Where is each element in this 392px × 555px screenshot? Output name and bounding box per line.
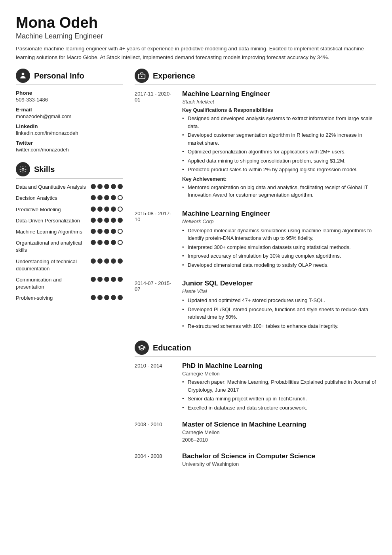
skill-dots bbox=[91, 217, 123, 223]
skill-dot bbox=[111, 258, 116, 264]
skill-dot bbox=[118, 295, 123, 300]
skill-item: Problem-solving bbox=[16, 295, 123, 302]
skill-dot bbox=[111, 184, 116, 189]
exp-bullet-list: Mentored organization on big data and an… bbox=[182, 184, 376, 199]
education-icon bbox=[135, 341, 149, 355]
linkedin-value: linkedin.com/in/monazodeh bbox=[16, 130, 123, 136]
education-header: Education bbox=[135, 341, 376, 357]
skill-name: Decision Analytics bbox=[16, 195, 88, 202]
education-list: 2010 - 2014PhD in Machine LearningCarneg… bbox=[135, 362, 376, 469]
education-entry: 2008 - 2010Master of Science in Machine … bbox=[135, 421, 376, 444]
skill-item: Predictive Modeling bbox=[16, 206, 123, 213]
exp-subheading: Key Qualifications & Responsibilities bbox=[182, 107, 376, 113]
skill-dots bbox=[91, 195, 123, 200]
skill-dot bbox=[91, 277, 96, 282]
candidate-summary: Passionate machine learning engineer wit… bbox=[16, 44, 376, 61]
skill-item: Data and Quantitative Analysis bbox=[16, 184, 123, 191]
skill-name: Communication and presentation bbox=[16, 276, 88, 291]
experience-entry: 2014-07 - 2015-07Junior SQL DeveloperHas… bbox=[135, 279, 376, 331]
edu-date: 2008 - 2010 bbox=[135, 421, 174, 444]
experience-entry: 2015-08 - 2017-10Machine Learning Engine… bbox=[135, 210, 376, 270]
twitter-label: Twitter bbox=[16, 140, 123, 146]
exp-content: Machine Learning EngineerNetwork CorpDev… bbox=[182, 210, 376, 270]
exp-content: Machine Learning EngineerStack Intellect… bbox=[182, 90, 376, 200]
svg-point-1 bbox=[22, 168, 24, 170]
edu-bullet-item: Senior data mining project written up in… bbox=[182, 395, 376, 403]
skill-dot bbox=[118, 195, 123, 200]
skill-dot bbox=[118, 240, 123, 245]
exp-date: 2014-07 - 2015-07 bbox=[135, 279, 174, 331]
exp-bullet-item: Mentored organization on big data and an… bbox=[182, 184, 376, 199]
skill-dot bbox=[91, 218, 96, 223]
skill-name: Understanding of technical documentation bbox=[16, 258, 88, 272]
left-column: Personal Info Phone 509-333-1486 E-mail … bbox=[16, 69, 123, 477]
linkedin-label: LinkedIn bbox=[16, 123, 123, 129]
exp-company: Network Corp bbox=[182, 218, 376, 224]
edu-degree: PhD in Machine Learning bbox=[182, 362, 376, 370]
edu-content: PhD in Machine LearningCarnegie MellonRe… bbox=[182, 362, 376, 413]
skill-dot bbox=[118, 184, 123, 189]
edu-content: Bachelor of Science in Computer ScienceU… bbox=[182, 452, 376, 469]
skills-icon bbox=[16, 162, 30, 176]
exp-job-title: Machine Learning Engineer bbox=[182, 210, 376, 218]
skills-section: Skills Data and Quantitative AnalysisDec… bbox=[16, 162, 123, 302]
personal-info-header: Personal Info bbox=[16, 69, 123, 85]
exp-bullet-item: Optimized personalization algorithms for… bbox=[182, 148, 376, 156]
exp-company: Haste Vital bbox=[182, 288, 376, 294]
edu-degree: Master of Science in Machine Learning bbox=[182, 421, 376, 429]
candidate-title: Machine Learning Engineer bbox=[16, 32, 376, 40]
skill-name: Problem-solving bbox=[16, 295, 88, 302]
skill-dot bbox=[104, 218, 109, 223]
exp-bullet-item: Designed and developed analysis systems … bbox=[182, 115, 376, 130]
education-entry: 2010 - 2014PhD in Machine LearningCarneg… bbox=[135, 362, 376, 413]
skill-dot bbox=[104, 229, 109, 234]
skill-name: Machine Learning Algorithms bbox=[16, 228, 88, 235]
personal-info-title: Personal Info bbox=[34, 71, 84, 80]
skill-dots bbox=[91, 295, 123, 300]
exp-subheading: Key Achievement: bbox=[182, 176, 376, 182]
right-column: Experience 2017-11 - 2020-01Machine Lear… bbox=[135, 69, 376, 477]
exp-bullet-list: Updated and optimized 47+ stored procedu… bbox=[182, 297, 376, 330]
edu-bullet-list: Research paper: Machine Learning, Probab… bbox=[182, 378, 376, 411]
skill-dot bbox=[97, 277, 103, 282]
svg-point-0 bbox=[22, 73, 25, 76]
skill-item: Data-Driven Personalization bbox=[16, 217, 123, 224]
skill-dots bbox=[91, 239, 123, 245]
edu-degree: Bachelor of Science in Computer Science bbox=[182, 452, 376, 460]
experience-section: Experience 2017-11 - 2020-01Machine Lear… bbox=[135, 69, 376, 331]
edu-institution: Carnegie Mellon bbox=[182, 371, 376, 377]
experience-entry: 2017-11 - 2020-01Machine Learning Engine… bbox=[135, 90, 376, 200]
skills-header: Skills bbox=[16, 162, 123, 179]
skill-item: Understanding of technical documentation bbox=[16, 258, 123, 272]
email-value: monazodeh@gmail.com bbox=[16, 113, 123, 119]
education-section: Education 2010 - 2014PhD in Machine Lear… bbox=[135, 341, 376, 469]
edu-years: 2008–2010 bbox=[182, 437, 376, 443]
experience-list: 2017-11 - 2020-01Machine Learning Engine… bbox=[135, 90, 376, 331]
edu-institution: University of Washington bbox=[182, 461, 376, 467]
exp-bullet-item: Interpreted 300+ complex simulation data… bbox=[182, 243, 376, 251]
skill-dot bbox=[118, 258, 123, 264]
skill-dot bbox=[104, 240, 109, 245]
skill-dot bbox=[104, 277, 109, 282]
education-title: Education bbox=[153, 343, 191, 352]
skill-item: Organizational and analytical skills bbox=[16, 239, 123, 254]
edu-content: Master of Science in Machine LearningCar… bbox=[182, 421, 376, 444]
exp-bullet-list: Developed molecular dynamics simulations… bbox=[182, 227, 376, 269]
skill-item: Decision Analytics bbox=[16, 195, 123, 202]
skill-dot bbox=[97, 218, 103, 223]
skill-dot bbox=[111, 295, 116, 300]
exp-bullet-item: Predicted product sales to within 2% by … bbox=[182, 166, 376, 174]
experience-header: Experience bbox=[135, 69, 376, 85]
exp-bullet-item: Developed PL/SQL stored procedure, funct… bbox=[182, 306, 376, 321]
exp-date: 2017-11 - 2020-01 bbox=[135, 90, 174, 200]
skill-dot bbox=[97, 240, 103, 245]
candidate-name: Mona Odeh bbox=[16, 14, 376, 31]
skill-name: Data-Driven Personalization bbox=[16, 217, 88, 224]
edu-bullet-item: Research paper: Machine Learning, Probab… bbox=[182, 378, 376, 394]
skill-name: Organizational and analytical skills bbox=[16, 239, 88, 254]
skill-item: Machine Learning Algorithms bbox=[16, 228, 123, 235]
skill-dot bbox=[91, 295, 96, 300]
resume-header: Mona Odeh Machine Learning Engineer Pass… bbox=[16, 14, 376, 61]
personal-info-fields: Phone 509-333-1486 E-mail monazodeh@gmai… bbox=[16, 90, 123, 153]
exp-bullet-list: Designed and developed analysis systems … bbox=[182, 115, 376, 174]
